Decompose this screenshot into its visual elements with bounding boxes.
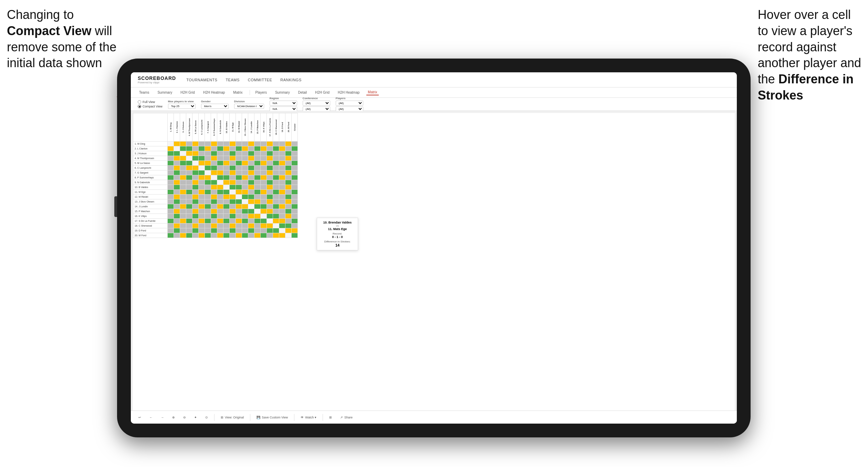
matrix-cell[interactable] — [254, 156, 261, 161]
gender-select[interactable]: Men's — [201, 104, 229, 109]
matrix-cell[interactable] — [199, 146, 205, 151]
matrix-cell[interactable] — [230, 219, 236, 224]
matrix-cell[interactable] — [248, 190, 254, 195]
matrix-cell[interactable] — [186, 146, 192, 151]
matrix-cell[interactable] — [285, 166, 292, 170]
matrix-cell[interactable] — [261, 180, 267, 185]
matrix-cell[interactable] — [273, 175, 279, 180]
matrix-cell[interactable] — [273, 224, 279, 228]
matrix-cell[interactable] — [254, 195, 261, 199]
matrix-cell[interactable] — [230, 204, 236, 209]
matrix-cell[interactable] — [261, 185, 267, 190]
matrix-cell[interactable] — [180, 190, 186, 195]
matrix-cell[interactable] — [180, 161, 186, 166]
matrix-cell[interactable] — [223, 233, 230, 238]
matrix-cell[interactable] — [273, 166, 279, 170]
matrix-cell[interactable] — [192, 228, 199, 233]
matrix-cell[interactable] — [223, 175, 230, 180]
matrix-cell[interactable] — [230, 224, 236, 228]
matrix-cell[interactable] — [273, 146, 279, 151]
matrix-cell[interactable] — [174, 146, 180, 151]
matrix-cell[interactable] — [186, 166, 192, 170]
matrix-cell[interactable] — [292, 209, 298, 214]
matrix-cell[interactable] — [242, 166, 248, 170]
matrix-cell[interactable] — [180, 170, 186, 175]
matrix-cell[interactable] — [261, 228, 267, 233]
matrix-cell[interactable] — [248, 166, 254, 170]
undo-button[interactable]: ↩ — [136, 415, 143, 420]
matrix-cell[interactable] — [192, 214, 199, 219]
matrix-cell[interactable] — [186, 151, 192, 156]
matrix-cell[interactable] — [223, 190, 230, 195]
matrix-cell[interactable] — [230, 180, 236, 185]
matrix-cell[interactable] — [217, 161, 223, 166]
matrix-cell[interactable] — [273, 233, 279, 238]
matrix-cell[interactable] — [285, 228, 292, 233]
matrix-cell[interactable] — [242, 190, 248, 195]
matrix-cell[interactable] — [230, 161, 236, 166]
matrix-cell[interactable] — [168, 170, 174, 175]
matrix-cell[interactable] — [236, 156, 242, 161]
matrix-cell[interactable] — [261, 233, 267, 238]
matrix-cell[interactable] — [217, 209, 223, 214]
matrix-cell[interactable] — [236, 204, 242, 209]
matrix-cell[interactable] — [242, 219, 248, 224]
matrix-cell[interactable] — [285, 224, 292, 228]
matrix-cell[interactable] — [186, 142, 192, 146]
matrix-cell[interactable] — [242, 209, 248, 214]
matrix-cell[interactable] — [186, 233, 192, 238]
matrix-cell[interactable] — [180, 175, 186, 180]
matrix-cell[interactable] — [273, 151, 279, 156]
matrix-cell[interactable] — [279, 185, 285, 190]
matrix-cell[interactable] — [273, 195, 279, 199]
matrix-cell[interactable] — [186, 170, 192, 175]
matrix-cell[interactable] — [254, 142, 261, 146]
back-button[interactable]: ← — [147, 415, 155, 420]
matrix-cell[interactable] — [205, 224, 211, 228]
matrix-cell[interactable] — [242, 146, 248, 151]
matrix-cell[interactable] — [267, 214, 273, 219]
tab-matrix2[interactable]: Matrix — [366, 90, 378, 95]
compact-view-option[interactable]: Compact View — [138, 105, 163, 108]
matrix-cell[interactable] — [236, 214, 242, 219]
tab-detail[interactable]: Detail — [297, 90, 308, 95]
matrix-cell[interactable] — [192, 209, 199, 214]
matrix-cell[interactable] — [217, 224, 223, 228]
matrix-cell[interactable] — [254, 228, 261, 233]
matrix-cell[interactable] — [174, 151, 180, 156]
matrix-cell[interactable] — [205, 180, 211, 185]
matrix-cell[interactable] — [279, 180, 285, 185]
matrix-cell[interactable] — [199, 151, 205, 156]
matrix-cell[interactable] — [285, 190, 292, 195]
matrix-cell[interactable] — [211, 209, 217, 214]
tab-summary[interactable]: Summary — [156, 90, 174, 95]
matrix-cell[interactable] — [168, 146, 174, 151]
matrix-cell[interactable] — [223, 185, 230, 190]
matrix-cell[interactable] — [174, 228, 180, 233]
matrix-cell[interactable] — [192, 199, 199, 204]
matrix-cell[interactable] — [205, 204, 211, 209]
matrix-cell[interactable] — [168, 142, 174, 146]
matrix-cell[interactable] — [223, 170, 230, 175]
matrix-container[interactable]: 1. W Ding2. L Clanton3. J Koivun4. M Tho… — [133, 113, 735, 422]
matrix-cell[interactable] — [192, 166, 199, 170]
matrix-cell[interactable] — [292, 156, 298, 161]
matrix-cell[interactable] — [273, 219, 279, 224]
matrix-cell[interactable] — [192, 195, 199, 199]
matrix-cell[interactable] — [180, 166, 186, 170]
matrix-cell[interactable] — [230, 228, 236, 233]
tab-h2h-grid[interactable]: H2H Grid — [179, 90, 196, 95]
matrix-cell[interactable] — [236, 161, 242, 166]
matrix-cell[interactable] — [242, 170, 248, 175]
matrix-cell[interactable] — [180, 219, 186, 224]
matrix-cell[interactable] — [217, 204, 223, 209]
matrix-cell[interactable] — [267, 146, 273, 151]
matrix-cell[interactable] — [180, 151, 186, 156]
matrix-cell[interactable] — [248, 146, 254, 151]
matrix-cell[interactable] — [273, 190, 279, 195]
matrix-cell[interactable] — [242, 233, 248, 238]
matrix-cell[interactable] — [211, 175, 217, 180]
matrix-cell[interactable] — [217, 170, 223, 175]
matrix-cell[interactable] — [211, 161, 217, 166]
matrix-cell[interactable] — [186, 228, 192, 233]
